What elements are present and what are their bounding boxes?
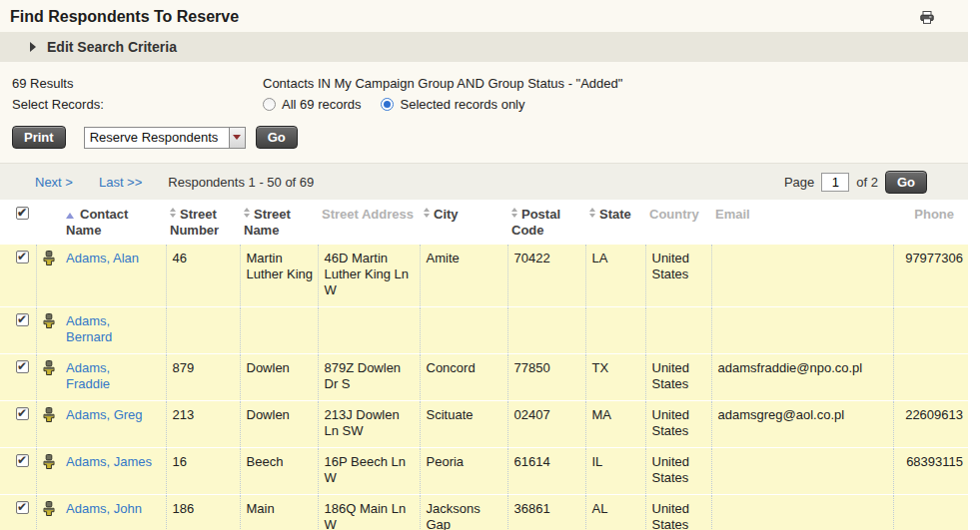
header-contact-name[interactable]: Contact Name	[60, 200, 166, 245]
cell-phone	[893, 307, 968, 354]
contact-name-link[interactable]: Adams, James	[66, 454, 152, 469]
sort-icon	[244, 208, 250, 218]
printer-icon[interactable]	[920, 11, 934, 24]
cell-street-name: Martin Luther King	[240, 245, 318, 307]
cell-email	[711, 307, 893, 354]
cell-email	[711, 448, 893, 495]
cell-city: Concord	[420, 354, 507, 401]
cell-street-name	[240, 307, 318, 354]
pagination-bar: Next > Last >> Respondents 1 - 50 of 69 …	[0, 163, 968, 200]
action-select[interactable]: Reserve Respondents	[84, 127, 246, 149]
cell-street-name: Main	[240, 495, 318, 530]
radio-all-records[interactable]	[263, 98, 276, 111]
cell-street-number: 46	[166, 245, 240, 307]
page: Find Respondents To Reserve Edit Search …	[0, 0, 980, 530]
respondents-range-label: Respondents 1 - 50 of 69	[168, 175, 314, 190]
cell-state: MA	[585, 401, 645, 448]
cell-street-address: 213J Dowlen Ln SW	[318, 401, 420, 448]
cell-email	[711, 495, 893, 530]
header-street-address: Street Address	[318, 200, 420, 245]
cell-street-name: Dowlen	[240, 401, 318, 448]
cell-phone: 22609613	[893, 401, 968, 448]
collapsed-triangle-icon	[30, 42, 36, 52]
cell-phone: 97977306	[893, 245, 968, 307]
chevron-down-icon	[229, 128, 245, 148]
cell-city: Scituate	[420, 401, 507, 448]
sort-icon	[511, 208, 517, 218]
cell-country	[645, 307, 711, 354]
sort-ascending-icon	[66, 213, 74, 219]
table-row: Adams, James16Beech16P Beech Ln WPeoria6…	[0, 448, 968, 495]
action-select-value: Reserve Respondents	[85, 130, 229, 145]
header-email: Email	[711, 200, 893, 245]
header-phone: Phone	[893, 200, 968, 245]
header-country: Country	[645, 200, 711, 245]
cell-phone: 68393115	[893, 448, 968, 495]
print-button[interactable]: Print	[12, 126, 66, 149]
row-checkbox[interactable]	[16, 251, 29, 264]
row-checkbox[interactable]	[16, 360, 29, 373]
cell-postal-code	[507, 307, 585, 354]
contact-name-link[interactable]: Adams, Greg	[66, 407, 143, 422]
select-all-checkbox[interactable]	[16, 207, 29, 220]
row-checkbox[interactable]	[16, 454, 29, 467]
cell-city: Jacksons Gap	[420, 495, 507, 530]
radio-selected-records-label: Selected records only	[400, 97, 524, 112]
row-checkbox[interactable]	[16, 313, 29, 326]
cell-phone	[893, 495, 968, 530]
row-checkbox[interactable]	[16, 501, 29, 514]
cell-street-number: 213	[166, 401, 240, 448]
person-icon	[43, 251, 55, 265]
cell-phone	[893, 354, 968, 401]
action-go-button[interactable]: Go	[256, 126, 298, 149]
person-icon	[43, 454, 55, 469]
select-records-label: Select Records:	[12, 97, 263, 112]
table-row: Adams, Alan46Martin Luther King46D Marti…	[0, 245, 968, 307]
cell-country: United States	[645, 448, 711, 495]
cell-email	[711, 245, 893, 307]
cell-postal-code: 77850	[507, 354, 585, 401]
edit-search-criteria-toggle[interactable]: Edit Search Criteria	[0, 32, 968, 62]
page-go-button[interactable]: Go	[885, 171, 927, 194]
cell-postal-code: 70422	[507, 245, 585, 307]
cell-city	[420, 307, 507, 354]
header-city[interactable]: City	[420, 200, 507, 245]
person-icon	[43, 407, 55, 422]
page-title: Find Respondents To Reserve	[10, 8, 239, 26]
table-body: Adams, Alan46Martin Luther King46D Marti…	[0, 245, 968, 530]
cell-country: United States	[645, 245, 711, 307]
page-number-input[interactable]	[821, 173, 849, 192]
header-street-number[interactable]: Street Number	[166, 200, 240, 245]
page-label: Page	[784, 175, 814, 190]
cell-street-number	[166, 307, 240, 354]
cell-street-number: 186	[166, 495, 240, 530]
cell-state	[585, 307, 645, 354]
header-state[interactable]: State	[585, 200, 645, 245]
cell-street-address: 16P Beech Ln W	[318, 448, 420, 495]
cell-city: Peoria	[420, 448, 507, 495]
header-postal-code[interactable]: Postal Code	[507, 200, 585, 245]
sort-icon	[170, 208, 176, 218]
contact-name-link[interactable]: Adams, Fraddie	[66, 360, 110, 391]
cell-street-address: 879Z Dowlen Dr S	[318, 354, 420, 401]
search-criteria-summary: Contacts IN My Campaign Group AND Group …	[263, 76, 622, 91]
radio-selected-records[interactable]	[381, 98, 394, 111]
cell-street-name: Beech	[240, 448, 318, 495]
cell-postal-code: 02407	[507, 401, 585, 448]
cell-state: AL	[585, 495, 645, 530]
header-street-name[interactable]: Street Name	[240, 200, 318, 245]
radio-all-records-label: All 69 records	[282, 97, 361, 112]
cell-street-number: 879	[166, 354, 240, 401]
contact-name-link[interactable]: Adams, Bernard	[66, 313, 112, 344]
cell-street-address: 186Q Main Ln W	[318, 495, 420, 530]
cell-street-address	[318, 307, 420, 354]
row-checkbox[interactable]	[16, 407, 29, 420]
contact-name-link[interactable]: Adams, John	[66, 501, 142, 516]
next-page-link[interactable]: Next >	[35, 175, 73, 190]
cell-state: TX	[585, 354, 645, 401]
person-icon	[43, 501, 55, 516]
last-page-link[interactable]: Last >>	[99, 175, 142, 190]
contact-name-link[interactable]: Adams, Alan	[66, 251, 139, 265]
person-icon	[43, 313, 55, 328]
cell-state: LA	[585, 245, 645, 307]
